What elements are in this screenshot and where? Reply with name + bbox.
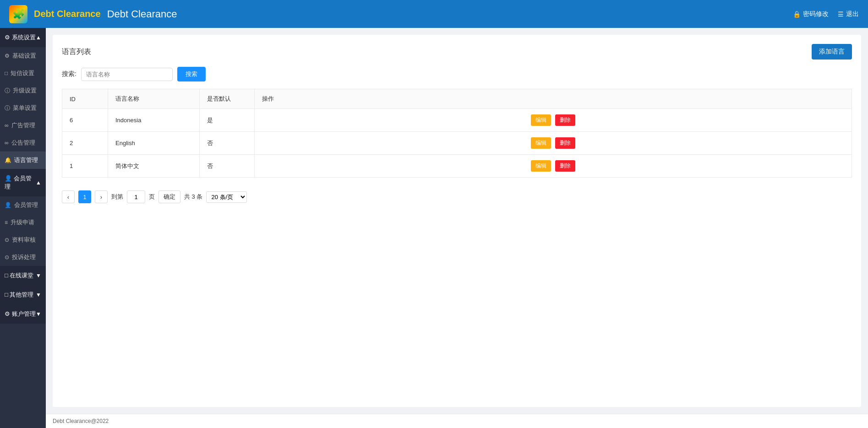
- menu-icon: ☰: [838, 11, 844, 18]
- sidebar-item-member[interactable]: 👤 会员管理: [0, 196, 46, 214]
- page-title: 语言列表: [62, 47, 91, 57]
- col-operation: 操作: [255, 89, 852, 109]
- page-confirm-button[interactable]: 确定: [158, 190, 180, 203]
- sidebar-section-online-course[interactable]: □ 在线课堂 ▼: [0, 266, 46, 285]
- header-title: Debt Clearance: [107, 8, 177, 20]
- col-name: 语言名称: [108, 89, 200, 109]
- footer-text: Debt Clearance@2022: [53, 418, 109, 424]
- header: 🧩 Debt Clearance Debt Clearance 🔒 密码修改 ☰…: [0, 0, 868, 28]
- table-header-row: ID 语言名称 是否默认 操作: [62, 89, 852, 109]
- table-row: 6 Indonesia 是 编辑 删除: [62, 109, 852, 132]
- sidebar-item-review[interactable]: ⊙ 资料审核: [0, 231, 46, 249]
- ad2-label: 公告管理: [11, 139, 35, 147]
- sms-label: 短信设置: [11, 69, 34, 77]
- other-arrow: ▼: [36, 292, 41, 298]
- cell-operation: 编辑 删除: [255, 132, 852, 155]
- page-size-select[interactable]: 10 条/页20 条/页50 条/页100 条/页: [206, 191, 247, 203]
- sidebar-section-member[interactable]: 👤 会员管理 ▲: [0, 169, 46, 196]
- basic-label: 基础设置: [12, 52, 36, 60]
- complaint-label: 投诉处理: [12, 253, 36, 261]
- sidebar-item-ad2[interactable]: ∞ 公告管理: [0, 134, 46, 152]
- footer: Debt Clearance@2022: [46, 414, 868, 428]
- sidebar-section-account[interactable]: ⚙ 账户管理 ▼: [0, 304, 46, 324]
- content-card: 语言列表 添加语言 搜索: 搜索 ID 语言名称 是否默认: [53, 35, 861, 407]
- review-icon: ⊙: [5, 237, 9, 243]
- password-change-label: 密码修改: [803, 10, 829, 18]
- member-section-arrow: ▲: [36, 179, 41, 186]
- content-area: 语言列表 添加语言 搜索: 搜索 ID 语言名称 是否默认: [46, 28, 868, 428]
- prev-page-button[interactable]: ‹: [62, 190, 75, 203]
- upgrade-apply-label: 升级申请: [11, 218, 34, 227]
- page-1-button[interactable]: 1: [78, 190, 91, 203]
- upgrade-label: 升级设置: [13, 87, 37, 95]
- header-left: 🧩 Debt Clearance Debt Clearance: [9, 5, 177, 23]
- content-inner: 语言列表 添加语言 搜索: 搜索 ID 语言名称 是否默认: [46, 28, 868, 414]
- page-input[interactable]: [127, 190, 145, 203]
- sidebar: ⚙ 系统设置 ▲ ⚙ 基础设置 □ 短信设置 ⓘ 升级设置 ⓘ 菜单设置 ∞ 广…: [0, 28, 46, 428]
- header-right: 🔒 密码修改 ☰ 退出: [793, 10, 859, 18]
- sidebar-item-menu[interactable]: ⓘ 菜单设置: [0, 99, 46, 117]
- ad2-icon: ∞: [5, 140, 9, 146]
- sidebar-item-basic[interactable]: ⚙ 基础设置: [0, 47, 46, 65]
- total-label: 共 3 条: [184, 193, 202, 201]
- system-settings-arrow: ▲: [36, 34, 41, 41]
- add-language-button[interactable]: 添加语言: [812, 44, 852, 60]
- logo-text: Debt Clearance: [34, 9, 101, 19]
- search-row: 搜索: 搜索: [62, 67, 852, 81]
- cell-default: 否: [200, 132, 255, 155]
- basic-icon: ⚙: [5, 53, 10, 59]
- edit-button[interactable]: 编辑: [531, 160, 551, 172]
- cell-id: 1: [62, 155, 108, 178]
- lang-icon: 🔔: [5, 157, 11, 163]
- sidebar-item-lang[interactable]: 🔔 语言管理: [0, 152, 46, 169]
- search-input[interactable]: [81, 68, 173, 81]
- member-label: 会员管理: [14, 201, 38, 209]
- edit-button[interactable]: 编辑: [531, 114, 551, 126]
- account-arrow: ▼: [36, 311, 41, 317]
- logout-link[interactable]: ☰ 退出: [838, 10, 859, 18]
- other-icon: □ 其他管理: [5, 291, 33, 299]
- table-row: 2 English 否 编辑 删除: [62, 132, 852, 155]
- online-course-arrow: ▼: [36, 272, 41, 279]
- search-button[interactable]: 搜索: [177, 67, 206, 81]
- main-layout: ⚙ 系统设置 ▲ ⚙ 基础设置 □ 短信设置 ⓘ 升级设置 ⓘ 菜单设置 ∞ 广…: [0, 28, 868, 428]
- cell-default: 否: [200, 155, 255, 178]
- sidebar-item-sms[interactable]: □ 短信设置: [0, 65, 46, 82]
- goto-label: 到第: [111, 193, 123, 201]
- ad1-label: 广告管理: [11, 121, 35, 130]
- next-page-button[interactable]: ›: [95, 190, 108, 203]
- sidebar-item-upgrade-apply[interactable]: ≡ 升级申请: [0, 214, 46, 231]
- logout-label: 退出: [846, 10, 859, 18]
- pagination: ‹ 1 › 到第 页 确定 共 3 条 10 条/页20 条/页50 条/页10…: [62, 185, 852, 203]
- ad1-icon: ∞: [5, 122, 9, 129]
- online-course-icon: □ 在线课堂: [5, 271, 33, 280]
- edit-button[interactable]: 编辑: [531, 137, 551, 149]
- sidebar-section-system-settings[interactable]: ⚙ 系统设置 ▲: [0, 28, 46, 47]
- page-unit-label: 页: [149, 193, 155, 201]
- delete-button[interactable]: 删除: [555, 137, 575, 149]
- sidebar-item-ad1[interactable]: ∞ 广告管理: [0, 117, 46, 134]
- upgrade-icon: ⓘ: [5, 87, 10, 95]
- account-icon: ⚙ 账户管理: [5, 310, 36, 318]
- cell-name: English: [108, 132, 200, 155]
- sidebar-item-upgrade[interactable]: ⓘ 升级设置: [0, 82, 46, 99]
- delete-button[interactable]: 删除: [555, 160, 575, 172]
- upgrade-apply-icon: ≡: [5, 219, 8, 226]
- cell-operation: 编辑 删除: [255, 109, 852, 132]
- lock-icon: 🔒: [793, 11, 801, 18]
- col-id: ID: [62, 89, 108, 109]
- table-row: 1 简体中文 否 编辑 删除: [62, 155, 852, 178]
- menu-label: 菜单设置: [13, 104, 37, 112]
- sms-icon: □: [5, 70, 8, 76]
- cell-id: 2: [62, 132, 108, 155]
- review-label: 资料审核: [12, 236, 36, 244]
- delete-button[interactable]: 删除: [555, 114, 575, 126]
- member-icon: 👤: [5, 202, 11, 208]
- sidebar-item-complaint[interactable]: ⊙ 投诉处理: [0, 249, 46, 266]
- sidebar-section-other[interactable]: □ 其他管理 ▼: [0, 285, 46, 304]
- cell-default: 是: [200, 109, 255, 132]
- page-title-row: 语言列表 添加语言: [62, 44, 852, 60]
- data-table: ID 语言名称 是否默认 操作 6 Indonesia 是 编辑 删除 2 En…: [62, 89, 852, 178]
- password-change-link[interactable]: 🔒 密码修改: [793, 10, 829, 18]
- menu-item-icon: ⓘ: [5, 104, 10, 112]
